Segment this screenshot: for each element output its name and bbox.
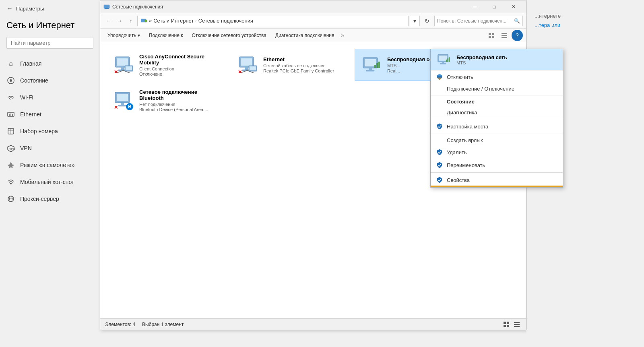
diagnose-connection-button[interactable]: Диагностика подключения <box>271 31 339 40</box>
close-button[interactable]: ✕ <box>504 0 523 13</box>
svg-rect-66 <box>446 60 447 62</box>
explorer-window: Сетевые подключения ─ □ ✕ ← → ↑ « Сеть и… <box>100 0 526 330</box>
svg-rect-60 <box>514 324 520 325</box>
ctx-connect-item[interactable]: Подключение / Отключение <box>431 83 563 94</box>
back-button[interactable]: ← <box>103 16 113 26</box>
ctx-header-icon <box>436 52 452 68</box>
cisco-connection-desc: Client Connection <box>139 66 222 71</box>
forward-button[interactable]: → <box>115 16 124 26</box>
ctx-properties-label: Свойства <box>447 177 470 183</box>
settings-search-input[interactable] <box>6 37 93 49</box>
ctx-separator-4 <box>431 172 563 173</box>
cisco-connection-name: Cisco AnyConnect Secure Mobility <box>139 54 222 66</box>
explorer-search-input[interactable] <box>437 18 512 24</box>
status-icon <box>6 76 15 85</box>
svg-rect-48 <box>378 62 380 68</box>
connect-to-button[interactable]: Подключение к <box>145 31 187 40</box>
svg-rect-27 <box>117 58 128 66</box>
ethernet-status-badge: ✕ <box>236 68 244 76</box>
disconnect-device-button[interactable]: Отключение сетевого устройства <box>188 31 270 40</box>
title-bar: Сетевые подключения ─ □ ✕ <box>100 0 526 13</box>
sidebar-item-hotspot-label: Мобильный хот-спот <box>20 179 74 185</box>
proxy-icon <box>6 194 15 203</box>
toolbar-more-icon: » <box>339 32 346 39</box>
sidebar-item-dialup-label: Набор номера <box>20 128 58 134</box>
ctx-properties-item[interactable]: Свойства <box>431 174 563 187</box>
ctx-connect-label: Подключение / Отключение <box>447 86 514 92</box>
status-view-list-button[interactable] <box>512 320 521 329</box>
ctx-status-label: Состояние <box>447 99 475 105</box>
ctx-bridge-shield-icon <box>436 122 444 130</box>
settings-right-hint: ...нтернете <box>535 13 636 19</box>
ctx-bridge-item[interactable]: Настройка моста <box>431 120 563 133</box>
settings-right-link[interactable]: ...тера или <box>535 22 636 28</box>
sidebar-item-dialup[interactable]: Набор номера <box>0 123 100 140</box>
svg-rect-44 <box>369 68 372 70</box>
address-path[interactable]: « Сеть и Интернет › Сетевые подключения <box>137 16 409 26</box>
sidebar-item-vpn[interactable]: VPN VPN <box>0 140 100 157</box>
ctx-status-item[interactable]: Состояние <box>431 96 563 107</box>
details-view-icon <box>503 321 510 328</box>
ethernet-connection-item[interactable]: ✕ Ethernet Сетевой кабель не подключен R… <box>231 49 351 81</box>
svg-rect-46 <box>374 65 376 68</box>
title-bar-left: Сетевые подключения <box>103 4 163 10</box>
toolbar-right: ? <box>486 30 523 41</box>
refresh-button[interactable]: ↻ <box>421 16 433 26</box>
up-button[interactable]: ↑ <box>126 16 136 26</box>
sidebar-item-wifi[interactable]: Wi-Fi <box>0 89 100 106</box>
bluetooth-connection-item[interactable]: B ✕ Сетевое подключение Bluetooth Нет по… <box>107 84 227 116</box>
svg-rect-45 <box>366 70 374 71</box>
ctx-diagnose-item[interactable]: Диагностика <box>431 107 563 118</box>
sidebar-item-ethernet[interactable]: Ethernet <box>0 106 100 123</box>
sidebar-item-airplane[interactable]: Режим «в самолете» <box>0 157 100 174</box>
sidebar-item-status[interactable]: Состояние <box>0 72 100 89</box>
ctx-rename-item[interactable]: Переименовать <box>431 159 563 171</box>
svg-rect-25 <box>502 37 507 38</box>
organize-button[interactable]: Упорядочить ▾ <box>103 31 144 40</box>
addr-separator: « <box>149 18 152 24</box>
ctx-separator-1 <box>431 95 563 95</box>
settings-back-button[interactable]: ← Параметры <box>0 0 100 17</box>
svg-rect-33 <box>126 66 132 70</box>
svg-point-10 <box>10 183 12 184</box>
wireless-icon-wrap <box>360 54 382 76</box>
ethernet-connection-info: Ethernet Сетевой кабель не подключен Rea… <box>263 56 346 73</box>
toolbar: Упорядочить ▾ Подключение к Отключение с… <box>100 29 526 42</box>
change-view-button[interactable] <box>499 30 510 41</box>
sidebar-item-proxy[interactable]: Прокси-сервер <box>0 190 100 207</box>
status-bar: Элементов: 4 Выбран 1 элемент <box>100 318 526 330</box>
svg-rect-63 <box>439 56 447 61</box>
svg-rect-36 <box>245 67 248 70</box>
addr-part1: Сеть и Интернет <box>153 18 194 24</box>
address-dropdown-button[interactable]: ▾ <box>410 16 420 26</box>
search-icon: 🔍 <box>514 18 520 24</box>
maximize-button[interactable]: □ <box>485 0 504 13</box>
ctx-delete-label: Удалить <box>447 149 467 155</box>
sidebar-item-home-label: Главная <box>20 60 41 67</box>
minimize-button[interactable]: ─ <box>466 0 484 13</box>
bluetooth-connection-desc: Нет подключения <box>139 102 222 107</box>
ctx-shortcut-label: Создать ярлык <box>447 137 483 143</box>
svg-rect-28 <box>121 67 124 70</box>
help-button[interactable]: ? <box>512 30 523 41</box>
airplane-icon <box>6 161 15 169</box>
view-options-button[interactable] <box>486 30 497 41</box>
status-view-details-button[interactable] <box>502 320 511 329</box>
explorer-window-icon <box>103 4 110 10</box>
sidebar-item-wifi-label: Wi-Fi <box>20 94 33 101</box>
sidebar-item-hotspot[interactable]: Мобильный хот-спот <box>0 174 100 190</box>
svg-rect-58 <box>507 325 509 327</box>
cisco-connection-item[interactable]: ✕ Cisco AnyConnect Secure Mobility Clien… <box>107 49 227 81</box>
ctx-diagnose-label: Диагностика <box>447 109 477 116</box>
ctx-header-name: Беспроводная сеть <box>456 54 507 60</box>
svg-rect-68 <box>449 57 450 62</box>
ctx-delete-item[interactable]: Удалить <box>431 146 563 159</box>
ctx-disconnect-item[interactable]: Отключить <box>431 70 563 83</box>
svg-rect-14 <box>104 5 109 8</box>
ctx-properties-shield-icon <box>436 176 444 184</box>
status-bar-text: Элементов: 4 Выбран 1 элемент <box>105 322 184 327</box>
ctx-shortcut-item[interactable]: Создать ярлык <box>431 135 563 146</box>
svg-rect-47 <box>376 63 378 68</box>
svg-rect-56 <box>507 322 509 324</box>
sidebar-item-home[interactable]: ⌂ Главная <box>0 55 100 72</box>
